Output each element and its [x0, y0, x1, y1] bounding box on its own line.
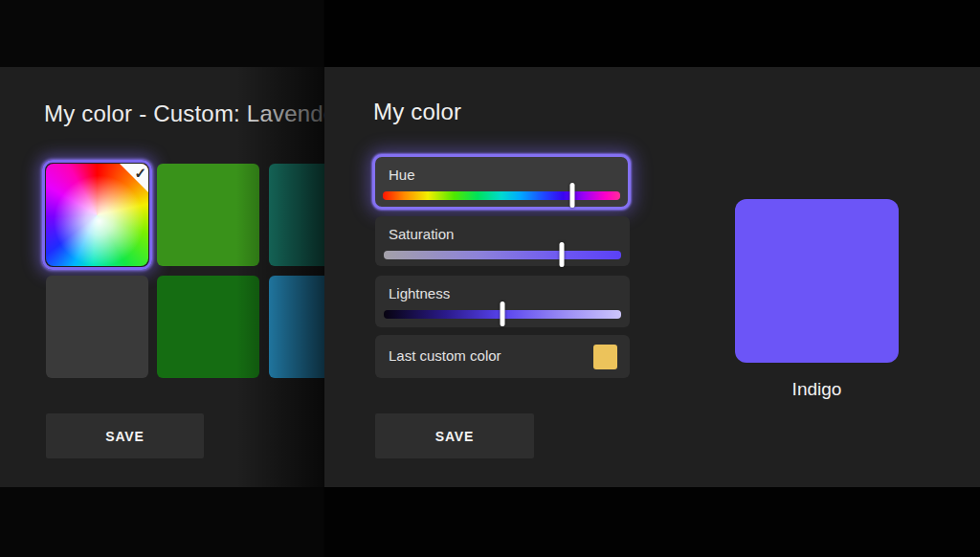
swatch-dark-green[interactable] [157, 276, 259, 378]
background-save-button[interactable]: SAVE [46, 413, 204, 458]
saturation-slider-thumb[interactable] [560, 242, 565, 267]
swatch-dark-gray[interactable] [46, 276, 148, 378]
background-color-grid-panel: My color - Custom: Lavender ✓ SAVE [0, 67, 324, 487]
save-button[interactable]: SAVE [375, 413, 534, 458]
swatch-blue[interactable] [269, 276, 324, 378]
color-preview-square [735, 199, 899, 363]
hue-slider-track[interactable] [383, 191, 620, 200]
check-icon: ✓ [134, 164, 146, 183]
color-preview-name: Indigo [735, 379, 899, 400]
lightness-slider-thumb[interactable] [501, 301, 505, 326]
screen: My color - Custom: Lavender ✓ SAVE My co… [0, 0, 980, 557]
swatch-teal[interactable] [269, 164, 324, 266]
hue-label: Hue [389, 167, 415, 183]
hue-slider-thumb[interactable] [570, 183, 575, 208]
saturation-slider-row[interactable]: Saturation [375, 216, 630, 266]
my-color-dialog: My color Hue Saturation Lightness Last c… [324, 67, 980, 487]
saturation-slider-track[interactable] [384, 251, 621, 259]
bottom-black-strip [0, 487, 980, 557]
lightness-slider-row[interactable]: Lightness [375, 276, 630, 327]
top-black-strip [0, 0, 980, 67]
lightness-label: Lightness [389, 285, 450, 301]
last-custom-color-swatch[interactable] [593, 345, 617, 369]
swatch-green[interactable] [157, 164, 259, 266]
hue-slider-row[interactable]: Hue [372, 154, 631, 210]
lightness-slider-track[interactable] [384, 310, 621, 319]
saturation-label: Saturation [389, 226, 454, 242]
selected-corner-badge: ✓ [120, 164, 148, 192]
dialog-title: My color [373, 99, 461, 125]
last-custom-color-label: Last custom color [389, 347, 501, 364]
swatch-custom-color-picker[interactable]: ✓ [46, 164, 148, 266]
background-page-title: My color - Custom: Lavender [44, 100, 324, 127]
last-custom-color-row[interactable]: Last custom color [375, 335, 630, 378]
